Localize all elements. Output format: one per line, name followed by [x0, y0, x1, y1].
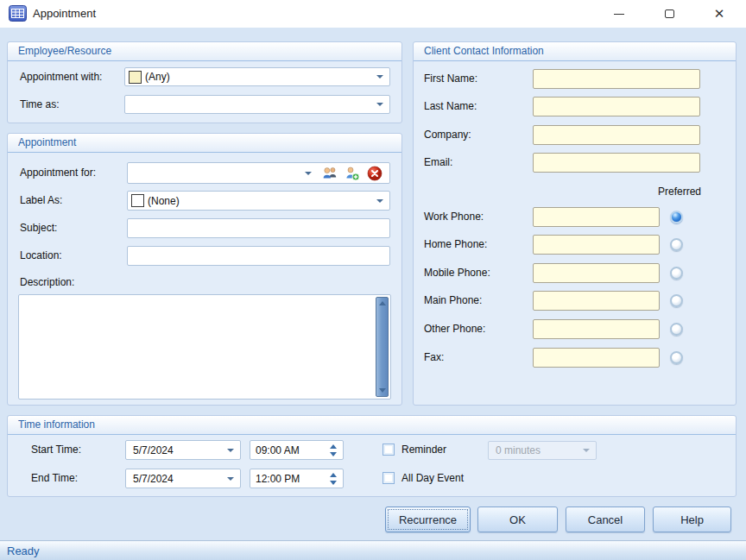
appointment-dialog: Appointment ✕ Employee/Resource Appointm… — [0, 0, 746, 560]
company-label: Company: — [424, 125, 471, 144]
scroll-up-icon[interactable] — [379, 301, 386, 305]
home-phone-label: Home Phone: — [424, 235, 487, 254]
chevron-down-icon — [583, 449, 590, 452]
cancel-button-label: Cancel — [588, 513, 623, 526]
end-date-picker[interactable]: 5/7/2024 — [125, 469, 241, 488]
first-name-input[interactable] — [533, 69, 700, 89]
group-title: Appointment — [8, 134, 401, 153]
group-client-contact: Client Contact Information First Name: L… — [413, 41, 737, 406]
preferred-label: Preferred — [658, 182, 701, 201]
other-phone-label: Other Phone: — [424, 319, 485, 338]
fax-input[interactable] — [533, 348, 660, 368]
subject-label: Subject: — [20, 218, 57, 237]
location-input[interactable] — [127, 246, 390, 266]
appointment-with-value: (Any) — [142, 71, 170, 83]
recurrence-button[interactable]: Recurrence — [385, 507, 471, 532]
spin-down-icon[interactable] — [330, 481, 337, 485]
status-bar: Ready — [0, 542, 746, 560]
email-label: Email: — [424, 153, 452, 172]
help-button[interactable]: Help — [653, 507, 731, 532]
all-day-event-checkbox[interactable] — [382, 472, 395, 484]
maximize-icon — [665, 9, 674, 18]
work-phone-label: Work Phone: — [424, 207, 484, 226]
cancel-button[interactable]: Cancel — [566, 507, 645, 532]
group-title: Client Contact Information — [414, 42, 736, 61]
ok-button-label: OK — [509, 513, 526, 526]
ok-button[interactable]: OK — [477, 507, 558, 532]
chevron-down-icon — [227, 449, 234, 452]
all-day-event-label: All Day Event — [401, 469, 464, 488]
main-phone-label: Main Phone: — [424, 291, 482, 310]
other-phone-preferred-radio[interactable] — [670, 323, 683, 336]
mobile-phone-input[interactable] — [533, 263, 660, 283]
group-time-information: Time information Start Time: 5/7/2024 09… — [7, 415, 737, 497]
group-appointment: Appointment Appointment for: — [7, 133, 402, 406]
clients-list-icon[interactable] — [322, 166, 338, 181]
spin-up-icon[interactable] — [330, 473, 337, 477]
fax-label: Fax: — [424, 348, 444, 367]
group-employee-resource: Employee/Resource Appointment with: (Any… — [7, 41, 402, 123]
last-name-input[interactable] — [533, 97, 700, 116]
work-phone-preferred-radio[interactable] — [670, 211, 683, 223]
spin-down-icon[interactable] — [330, 452, 337, 456]
group-title: Time information — [8, 416, 736, 435]
first-name-label: First Name: — [424, 69, 477, 88]
status-text: Ready — [7, 544, 40, 557]
mobile-phone-preferred-radio[interactable] — [670, 267, 683, 280]
mobile-phone-label: Mobile Phone: — [424, 263, 490, 282]
resource-color-swatch — [129, 71, 142, 84]
reminder-checkbox[interactable] — [382, 444, 395, 456]
add-client-icon[interactable] — [345, 166, 360, 181]
appointment-with-combobox[interactable]: (Any) — [124, 67, 390, 86]
end-date-value: 5/7/2024 — [130, 473, 174, 485]
subject-input[interactable] — [127, 218, 390, 238]
chevron-down-icon — [227, 477, 234, 481]
start-date-picker[interactable]: 5/7/2024 — [125, 440, 241, 460]
time-as-label: Time as: — [20, 95, 60, 114]
maximize-button[interactable] — [653, 0, 686, 28]
start-time-value: 09:00 AM — [256, 444, 300, 456]
end-time-value: 12:00 PM — [256, 473, 300, 485]
start-time-label: Start Time: — [31, 440, 81, 459]
reminder-duration-combobox: 0 minutes — [488, 441, 597, 460]
home-phone-preferred-radio[interactable] — [670, 238, 683, 251]
company-input[interactable] — [533, 125, 700, 145]
main-phone-preferred-radio[interactable] — [670, 294, 683, 307]
label-as-value: (None) — [144, 195, 180, 207]
minimize-icon — [614, 14, 624, 15]
calendar-icon — [9, 5, 27, 22]
other-phone-input[interactable] — [533, 319, 660, 339]
vertical-scrollbar[interactable] — [376, 297, 389, 397]
description-field — [18, 294, 391, 400]
end-time-label: End Time: — [31, 469, 78, 488]
home-phone-input[interactable] — [533, 235, 660, 255]
end-time-spinner[interactable]: 12:00 PM — [250, 469, 344, 488]
description-input[interactable] — [19, 295, 375, 399]
appointment-for-label: Appointment for: — [20, 163, 96, 182]
chevron-down-icon — [376, 199, 383, 203]
scroll-down-icon[interactable] — [379, 388, 386, 393]
help-button-label: Help — [680, 513, 704, 526]
close-button[interactable]: ✕ — [703, 0, 736, 28]
label-as-label: Label As: — [20, 191, 62, 210]
minimize-button[interactable] — [603, 0, 635, 28]
spin-up-icon[interactable] — [330, 444, 337, 449]
label-as-combobox[interactable]: (None) — [127, 191, 390, 211]
window-title: Appointment — [33, 0, 96, 28]
clear-delete-icon[interactable] — [367, 166, 382, 181]
start-time-spinner[interactable]: 09:00 AM — [250, 440, 344, 460]
title-bar: Appointment ✕ — [0, 0, 746, 28]
appointment-for-combobox[interactable] — [127, 162, 390, 184]
last-name-label: Last Name: — [424, 97, 477, 116]
fax-preferred-radio[interactable] — [670, 351, 683, 364]
time-as-combobox[interactable] — [124, 95, 390, 114]
main-phone-input[interactable] — [533, 291, 660, 311]
close-icon: ✕ — [714, 6, 725, 22]
recurrence-button-label: Recurrence — [399, 513, 457, 526]
label-color-swatch — [131, 194, 144, 207]
email-input[interactable] — [533, 153, 700, 173]
location-label: Location: — [20, 246, 62, 265]
reminder-label: Reminder — [401, 440, 446, 459]
start-date-value: 5/7/2024 — [130, 444, 174, 456]
work-phone-input[interactable] — [533, 207, 660, 227]
